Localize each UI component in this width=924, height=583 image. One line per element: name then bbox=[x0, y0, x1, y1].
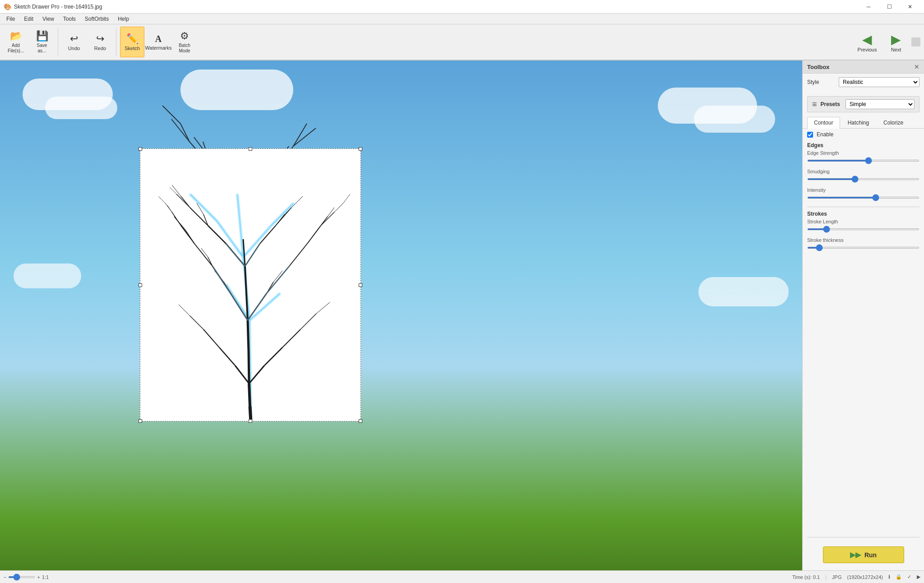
svg-line-47 bbox=[174, 217, 185, 230]
selection-box[interactable] bbox=[140, 148, 361, 421]
handle-top-left[interactable] bbox=[139, 147, 142, 151]
close-button[interactable]: ✕ bbox=[900, 0, 920, 14]
handle-bottom-left[interactable] bbox=[139, 419, 142, 423]
zoom-controls: − + 1:1 bbox=[4, 574, 49, 580]
batch-mode-button[interactable]: ⚙ BatchMode bbox=[172, 27, 197, 57]
svg-line-89 bbox=[300, 314, 316, 329]
menu-file[interactable]: File bbox=[2, 14, 19, 24]
redo-button[interactable]: ↪ Redo bbox=[88, 27, 112, 57]
presets-label: Presets bbox=[821, 101, 840, 107]
menu-view[interactable]: View bbox=[38, 14, 59, 24]
menu-help[interactable]: Help bbox=[113, 14, 134, 24]
stroke-length-container bbox=[807, 226, 919, 233]
svg-line-91 bbox=[231, 293, 248, 320]
background-scene bbox=[0, 60, 802, 570]
dimensions-label: (1920x1272x24) bbox=[847, 574, 883, 580]
menu-tools[interactable]: Tools bbox=[59, 14, 80, 24]
handle-top-right[interactable] bbox=[359, 147, 362, 151]
add-files-label: AddFile(s)... bbox=[8, 43, 24, 54]
svg-line-31 bbox=[271, 203, 294, 226]
nav-section: ◀ Previous ▶ Next bbox=[854, 27, 920, 57]
redo-icon: ↪ bbox=[96, 33, 104, 45]
strokes-section-title: Strokes bbox=[803, 209, 924, 218]
svg-line-5 bbox=[171, 119, 189, 142]
svg-line-51 bbox=[307, 226, 321, 244]
handle-bottom-right[interactable] bbox=[359, 419, 362, 423]
undo-button[interactable]: ↩ Undo bbox=[62, 27, 86, 57]
svg-line-11 bbox=[293, 124, 307, 146]
zoom-slider[interactable] bbox=[8, 576, 35, 578]
stroke-length-row: Stroke Length bbox=[803, 218, 924, 236]
stroke-length-slider[interactable] bbox=[807, 228, 919, 230]
strokes-divider bbox=[807, 207, 919, 207]
svg-line-81 bbox=[235, 366, 249, 384]
svg-line-37 bbox=[248, 320, 249, 352]
play-icon[interactable]: ▶ bbox=[917, 574, 920, 580]
toolbox-title: Toolbox bbox=[807, 64, 830, 70]
zoom-minus-icon[interactable]: − bbox=[4, 574, 6, 580]
presets-icon: ≡ bbox=[812, 100, 817, 109]
svg-line-52 bbox=[321, 212, 334, 226]
enable-checkbox[interactable] bbox=[807, 132, 813, 138]
run-button[interactable]: ▶▶ Run bbox=[823, 546, 904, 563]
cloud-2 bbox=[45, 97, 117, 119]
intensity-slider[interactable] bbox=[807, 197, 919, 199]
intensity-row: Intensity bbox=[803, 186, 924, 205]
handle-mid-right[interactable] bbox=[359, 283, 362, 287]
previous-icon: ◀ bbox=[862, 32, 872, 47]
previous-button[interactable]: ◀ Previous bbox=[854, 27, 881, 57]
view-toggle-button[interactable] bbox=[911, 37, 920, 46]
svg-line-84 bbox=[190, 316, 203, 329]
contour-tab[interactable]: Contour bbox=[807, 117, 840, 129]
next-label: Next bbox=[891, 47, 901, 52]
stroke-length-label: Stroke Length bbox=[807, 219, 919, 224]
sketch-button[interactable]: ✏️ Sketch bbox=[120, 27, 144, 57]
svg-line-27 bbox=[237, 194, 243, 257]
minimize-button[interactable]: ─ bbox=[858, 0, 879, 14]
info-icon[interactable]: ℹ bbox=[888, 574, 890, 580]
cloud-7 bbox=[698, 277, 789, 306]
smudging-container bbox=[807, 176, 919, 183]
svg-line-7 bbox=[162, 106, 180, 124]
next-button[interactable]: ▶ Next bbox=[882, 27, 910, 57]
svg-line-75 bbox=[167, 205, 172, 212]
edge-strength-slider[interactable] bbox=[807, 160, 919, 162]
add-files-button[interactable]: 📂 AddFile(s)... bbox=[4, 27, 28, 57]
window-controls: ─ ☐ ✕ bbox=[858, 0, 920, 14]
run-divider bbox=[807, 537, 919, 537]
svg-line-66 bbox=[285, 203, 296, 214]
canvas-area[interactable] bbox=[0, 60, 802, 570]
sketch-icon: ✏️ bbox=[126, 33, 139, 45]
hatching-tab[interactable]: Hatching bbox=[841, 117, 876, 128]
style-label: Style bbox=[807, 79, 839, 85]
watermarks-button[interactable]: A Watermarks bbox=[146, 27, 171, 57]
zoom-plus-icon[interactable]: + bbox=[37, 574, 40, 580]
handle-mid-left[interactable] bbox=[139, 283, 142, 287]
spacer bbox=[803, 255, 924, 535]
handle-top-mid[interactable] bbox=[249, 147, 252, 151]
presets-select[interactable]: Simple Medium Complex Custom bbox=[845, 99, 915, 109]
handle-bottom-mid[interactable] bbox=[249, 419, 252, 423]
colorize-tab[interactable]: Colorize bbox=[877, 117, 910, 128]
svg-line-33 bbox=[249, 293, 280, 320]
intensity-container bbox=[807, 194, 919, 201]
save-as-button[interactable]: 💾 Saveas... bbox=[30, 27, 54, 57]
check-icon: ✓ bbox=[907, 574, 911, 580]
menu-softorbits[interactable]: SoftOrbits bbox=[80, 14, 113, 24]
toolbox-close-button[interactable]: ✕ bbox=[914, 63, 919, 70]
sketch-tree-svg bbox=[140, 149, 360, 421]
run-label: Run bbox=[864, 551, 877, 559]
main-area: Toolbox ✕ Style Realistic Artistic Comic… bbox=[0, 60, 924, 570]
menu-edit[interactable]: Edit bbox=[19, 14, 38, 24]
toolbar-separator-1 bbox=[58, 28, 58, 56]
smudging-label: Smudging bbox=[807, 169, 919, 174]
stroke-thickness-slider[interactable] bbox=[807, 247, 919, 249]
svg-line-83 bbox=[203, 329, 219, 347]
redo-label: Redo bbox=[94, 46, 106, 51]
stroke-thickness-row: Stroke thickness bbox=[803, 236, 924, 255]
smudging-slider[interactable] bbox=[807, 178, 919, 180]
maximize-button[interactable]: ☐ bbox=[879, 0, 900, 14]
svg-line-92 bbox=[213, 266, 231, 293]
undo-label: Undo bbox=[68, 46, 80, 51]
style-select[interactable]: Realistic Artistic Comic Pencil bbox=[839, 77, 919, 87]
